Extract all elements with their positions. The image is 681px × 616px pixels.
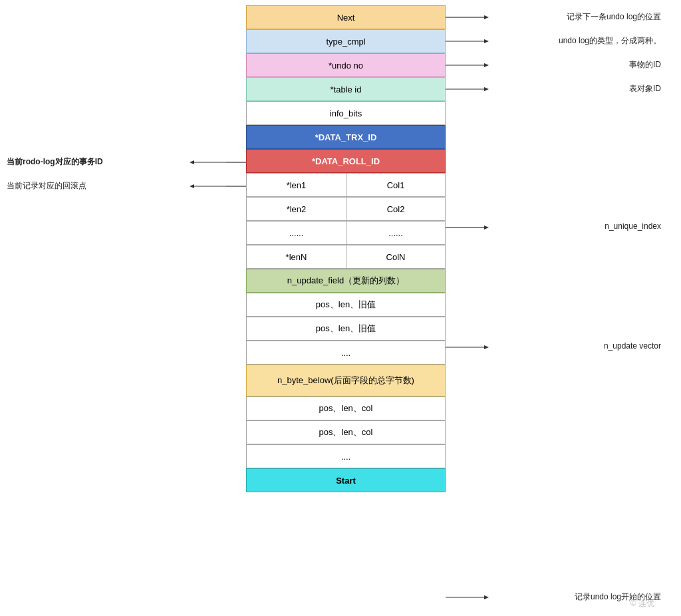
annotation-n-update-vector: n_update vector — [604, 341, 661, 351]
box-n-byte-below: n_byte_below(后面字段的总字节数) — [246, 365, 446, 396]
box-pos-len-col1: pos、len、col — [246, 396, 446, 420]
annotation-table-id: 表对象ID — [629, 83, 661, 94]
svg-marker-21 — [190, 184, 194, 188]
diagram-container: Next type_cmpl *undo no *table id info_b… — [0, 0, 681, 616]
cell-colN: ColN — [346, 245, 446, 269]
box-dots3: .... — [246, 444, 446, 468]
box-info-bits: info_bits — [246, 101, 446, 125]
row-len1-col1: *len1 Col1 — [246, 173, 446, 197]
boxes-column: Next type_cmpl *undo no *table id info_b… — [246, 5, 446, 492]
annotation-next: 记录下一条undo log的位置 — [567, 11, 661, 23]
annotation-roll-id: 当前记录对应的回滚点 — [7, 180, 86, 192]
box-type-cmpl: type_cmpl — [246, 29, 446, 53]
cell-len1: *len1 — [246, 173, 346, 197]
svg-marker-15 — [484, 595, 489, 599]
box-pos-len1: pos、len、旧值 — [246, 293, 446, 317]
box-next: Next — [246, 5, 446, 29]
box-data-trx-id: *DATA_TRX_ID — [246, 125, 446, 149]
row-len2-col2: *len2 Col2 — [246, 197, 446, 221]
watermark: © 连优 — [630, 598, 654, 609]
svg-marker-6 — [484, 63, 489, 67]
cell-dots-left: ...... — [246, 221, 346, 245]
cell-col1: Col1 — [346, 173, 446, 197]
svg-marker-11 — [484, 226, 489, 230]
svg-marker-8 — [484, 87, 489, 91]
cell-len2: *len2 — [246, 197, 346, 221]
row-dots1: ...... ...... — [246, 221, 446, 245]
cell-col2: Col2 — [346, 197, 446, 221]
box-start: Start — [246, 468, 446, 492]
box-n-update-field: n_update_field（更新的列数） — [246, 269, 446, 293]
box-pos-len-col2: pos、len、col — [246, 420, 446, 444]
box-undo-no: *undo no — [246, 53, 446, 77]
svg-marker-18 — [190, 160, 194, 164]
cell-lenN: *lenN — [246, 245, 346, 269]
svg-marker-2 — [484, 15, 489, 19]
box-dots2: .... — [246, 341, 446, 365]
svg-marker-13 — [484, 345, 489, 349]
box-table-id: *table id — [246, 77, 446, 101]
box-data-roll-id: *DATA_ROLL_ID — [246, 149, 446, 173]
box-pos-len2: pos、len、旧值 — [246, 317, 446, 341]
cell-dots-right: ...... — [346, 221, 446, 245]
annotation-type-cmpl: undo log的类型，分成两种。 — [559, 35, 661, 47]
svg-marker-4 — [484, 39, 489, 43]
annotation-trx-id: 当前rodo-log对应的事务ID — [7, 156, 103, 168]
annotation-undo-no: 事物的ID — [629, 59, 661, 71]
annotation-n-unique: n_unique_index — [605, 222, 661, 231]
row-lenN-colN: *lenN ColN — [246, 245, 446, 269]
